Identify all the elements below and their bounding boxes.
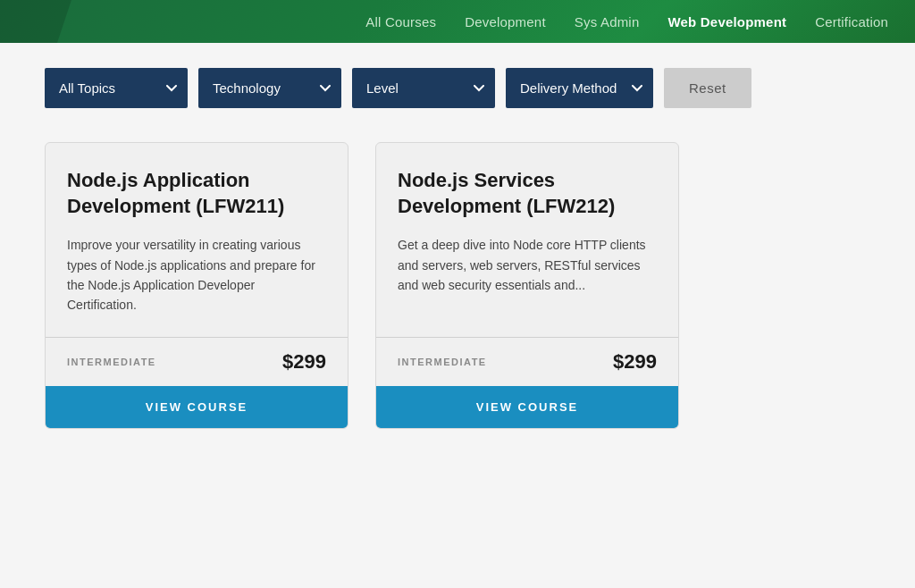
nav-web-development[interactable]: Web Development [667,14,786,29]
course-level: INTERMEDIATE [67,357,156,367]
level-filter[interactable]: Level Beginner Intermediate Advanced [352,68,495,108]
delivery-filter[interactable]: Delivery Method Online In-Person Virtual [506,68,653,108]
view-course-button[interactable]: VIEW COURSE [376,386,678,428]
course-price: $299 [613,350,657,374]
course-price: $299 [282,350,326,374]
card-body: Node.js Application Development (LFW211)… [46,143,348,337]
course-card: Node.js Services Development (LFW212) Ge… [375,142,679,429]
nav-development[interactable]: Development [465,14,546,29]
nav-bar: All Courses Development Sys Admin Web De… [0,0,915,43]
course-card: Node.js Application Development (LFW211)… [45,142,348,429]
card-body: Node.js Services Development (LFW212) Ge… [376,143,678,337]
nav-certification[interactable]: Certification [815,14,888,29]
reset-button[interactable]: Reset [664,68,751,108]
course-description: Improve your versatility in creating var… [67,235,326,315]
card-footer: INTERMEDIATE $299 [376,337,678,386]
card-footer: INTERMEDIATE $299 [46,337,348,386]
course-level: INTERMEDIATE [398,357,487,367]
course-title: Node.js Application Development (LFW211) [67,168,326,219]
course-grid: Node.js Application Development (LFW211)… [0,133,915,465]
nav-all-courses[interactable]: All Courses [365,14,436,29]
filter-row: All Topics Node.js React Angular Technol… [0,43,915,133]
topics-filter[interactable]: All Topics Node.js React Angular [45,68,188,108]
view-course-button[interactable]: VIEW COURSE [46,386,348,428]
nav-sys-admin[interactable]: Sys Admin [575,14,640,29]
technology-filter[interactable]: Technology JavaScript Python [198,68,341,108]
course-title: Node.js Services Development (LFW212) [398,168,657,219]
course-description: Get a deep dive into Node core HTTP clie… [398,235,657,295]
